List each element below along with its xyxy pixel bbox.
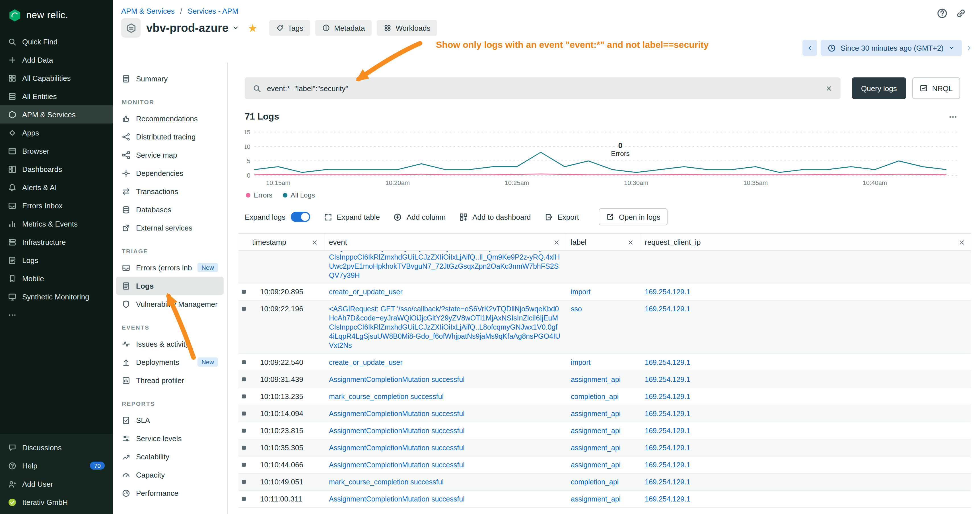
column-header[interactable]: label	[566, 234, 640, 250]
event-link[interactable]: AssignmentCompletionMutation successful	[329, 426, 465, 435]
add-column-button[interactable]: Add column	[393, 213, 445, 221]
ip-link[interactable]: 169.254.129.1	[645, 392, 690, 401]
sidebar-item[interactable]: Infrastructure	[0, 233, 113, 251]
event-link[interactable]: <ASGIRequest: GET '/sso/callback/?state=…	[329, 304, 560, 350]
event-link[interactable]: AssignmentCompletionMutation successful	[329, 460, 465, 469]
sidebar-item[interactable]: Browser	[0, 142, 113, 160]
event-link[interactable]: AssignmentCompletionMutation successful	[329, 409, 465, 418]
event-link[interactable]: JUQVU&code=eyJraWQiOiJjcGltY29yZV8wOTl1M…	[329, 251, 560, 280]
table-row[interactable]: 10:09:22.540 create_or_update_user impor…	[239, 354, 971, 371]
permalink-icon[interactable]	[956, 8, 966, 19]
remove-column-icon[interactable]	[958, 239, 965, 246]
sidebar-item[interactable]: Synthetic Monitoring	[0, 288, 113, 306]
subnav-item[interactable]: Transactions	[116, 182, 224, 201]
subnav-item[interactable]: Vulnerability Management	[116, 295, 224, 313]
help-circle-icon[interactable]	[937, 8, 948, 19]
remove-column-icon[interactable]	[627, 239, 634, 246]
ip-link[interactable]: 169.254.129.1	[645, 409, 690, 418]
label-link[interactable]: import	[571, 358, 590, 367]
subnav-item[interactable]: Capacity	[116, 466, 224, 484]
event-link[interactable]: AssignmentCompletionMutation successful	[329, 494, 465, 503]
sidebar-item[interactable]: All Entities	[0, 87, 113, 105]
label-link[interactable]: completion_api	[571, 392, 619, 401]
column-header[interactable]: request_client_ip	[640, 234, 971, 250]
label-link[interactable]: assignment_api	[571, 494, 620, 503]
event-link[interactable]: create_or_update_user	[329, 358, 402, 367]
entity-pill-button[interactable]: Tags	[269, 20, 310, 36]
subnav-item[interactable]: Scalability	[116, 447, 224, 466]
subnav-item[interactable]: SLA	[116, 411, 224, 429]
sidebar-item[interactable]: Logs	[0, 251, 113, 269]
sidebar-item[interactable]: Mobile	[0, 269, 113, 288]
newrelic-logo[interactable]: new relic.	[0, 0, 113, 29]
subnav-item[interactable]: Thread profiler	[116, 371, 224, 389]
breadcrumb-services-apm[interactable]: Services - APM	[188, 7, 239, 15]
remove-column-icon[interactable]	[553, 239, 560, 246]
subnav-item[interactable]: Dependencies	[116, 164, 224, 182]
table-row[interactable]: 10:09:22.196 <ASGIRequest: GET '/sso/cal…	[239, 301, 971, 354]
ip-link[interactable]: 169.254.129.1	[645, 426, 690, 435]
entity-pill-button[interactable]: Metadata	[315, 20, 372, 36]
sidebar-footer-item[interactable]: Discussions	[0, 438, 113, 457]
row-expand-handle[interactable]	[242, 480, 246, 484]
sidebar-item[interactable]: All Capabilities	[0, 69, 113, 87]
row-expand-handle[interactable]	[242, 412, 246, 415]
breadcrumb-apm-services[interactable]: APM & Services	[121, 7, 175, 15]
event-link[interactable]: create_or_update_user	[329, 287, 402, 296]
subnav-item[interactable]: Logs	[116, 277, 224, 295]
favorite-star-icon[interactable]: ★	[248, 21, 258, 35]
sidebar-item[interactable]: APM & Services	[0, 105, 113, 124]
sidebar-item[interactable]	[0, 306, 113, 324]
row-expand-handle[interactable]	[242, 463, 246, 467]
row-expand-handle[interactable]	[242, 290, 246, 294]
row-expand-handle[interactable]	[242, 360, 246, 364]
subnav-item[interactable]: Performance	[116, 484, 224, 502]
logs-search-input[interactable]: event:* -"label":"security"	[245, 77, 840, 99]
nrql-button[interactable]: NRQL	[912, 77, 960, 99]
subnav-item[interactable]: External services	[116, 219, 224, 237]
chart-options-icon[interactable]	[948, 112, 958, 121]
legend-item[interactable]: Errors	[246, 191, 272, 199]
subnav-item[interactable]: Errors (errors inb... New	[116, 258, 224, 277]
table-row[interactable]: 10:10:23.815 AssignmentCompletionMutatio…	[239, 422, 971, 439]
label-link[interactable]: assignment_api	[571, 409, 620, 418]
label-link[interactable]: sso	[571, 304, 582, 313]
column-header[interactable]: timestamp	[239, 234, 325, 250]
sidebar-item[interactable]: Quick Find	[0, 32, 113, 51]
remove-column-icon[interactable]	[311, 239, 318, 246]
sidebar-item[interactable]: Dashboards	[0, 160, 113, 178]
table-row[interactable]: 10:10:49.051 mark_course_completion succ…	[239, 474, 971, 491]
ip-link[interactable]: 169.254.129.1	[645, 460, 690, 469]
table-row[interactable]: 10:10:44.066 AssignmentCompletionMutatio…	[239, 457, 971, 474]
subnav-item[interactable]: Summary	[116, 70, 224, 88]
label-link[interactable]: assignment_api	[571, 375, 620, 384]
table-row[interactable]: 10:11:00.311 AssignmentCompletionMutatio…	[239, 491, 971, 508]
table-row[interactable]: 10:09:20.895 create_or_update_user impor…	[239, 283, 971, 301]
ip-link[interactable]: 169.254.129.1	[645, 287, 690, 296]
expand-table-button[interactable]: Expand table	[323, 213, 380, 221]
row-expand-handle[interactable]	[242, 446, 246, 450]
clear-search-icon[interactable]	[825, 84, 833, 92]
ip-link[interactable]: 169.254.129.1	[645, 494, 690, 503]
table-row[interactable]: 10:10:14.094 AssignmentCompletionMutatio…	[239, 405, 971, 422]
event-link[interactable]: mark_course_completion successful	[329, 392, 444, 401]
label-link[interactable]: assignment_api	[571, 443, 620, 452]
row-expand-handle[interactable]	[242, 497, 246, 501]
subnav-item[interactable]: Service levels	[116, 429, 224, 447]
subnav-item[interactable]: Distributed tracing	[116, 127, 224, 146]
sidebar-item[interactable]: Apps	[0, 124, 113, 142]
label-link[interactable]: import	[571, 287, 590, 296]
open-in-logs-button[interactable]: Open in logs	[599, 208, 668, 225]
row-expand-handle[interactable]	[242, 307, 246, 311]
event-link[interactable]: AssignmentCompletionMutation successful	[329, 375, 465, 384]
subnav-item[interactable]: Issues & activity	[116, 335, 224, 353]
sidebar-footer-item[interactable]: Help 70	[0, 457, 113, 475]
sidebar-item[interactable]: Alerts & AI	[0, 178, 113, 196]
row-expand-handle[interactable]	[242, 377, 246, 381]
time-forward-button[interactable]	[965, 40, 973, 56]
sidebar-item[interactable]: Errors Inbox	[0, 196, 113, 215]
time-range-picker[interactable]: Since 30 minutes ago (GMT+2)	[821, 40, 962, 56]
label-link[interactable]: assignment_api	[571, 426, 620, 435]
ip-link[interactable]: 169.254.129.1	[645, 375, 690, 384]
time-back-button[interactable]	[802, 40, 817, 56]
